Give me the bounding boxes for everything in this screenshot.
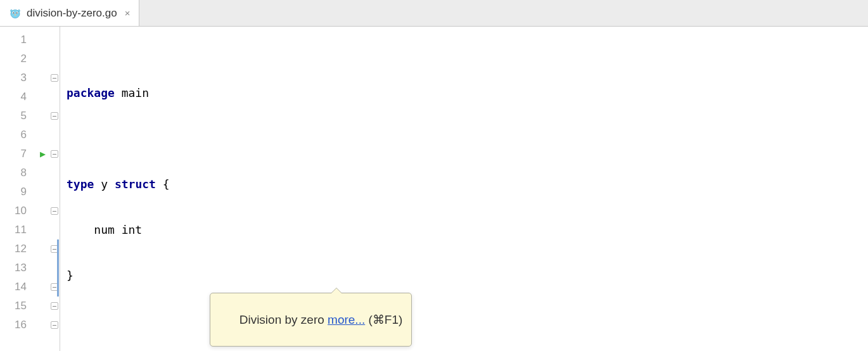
svg-point-5 xyxy=(15,14,16,15)
fold-toggle-icon[interactable] xyxy=(51,112,58,120)
gutter-markers: ▶ xyxy=(32,27,60,351)
line-number: 2 xyxy=(0,49,32,68)
line-number: 11 xyxy=(0,220,32,239)
line-number: 8 xyxy=(0,163,32,182)
line-number: 15 xyxy=(0,297,32,316)
code-line xyxy=(60,129,868,148)
run-gutter-icon[interactable]: ▶ xyxy=(40,148,46,160)
code-line: package main xyxy=(60,84,868,103)
line-number-gutter: 1 2 3 4 5 6 7 8 9 10 11 12 13 14 15 16 xyxy=(0,27,32,351)
tooltip-message: Division by zero xyxy=(239,313,328,326)
code-line: } xyxy=(60,266,868,285)
line-number: 4 xyxy=(0,87,32,106)
code-line: num int xyxy=(60,220,868,239)
tab-filename: division-by-zero.go xyxy=(27,7,117,20)
tooltip-more-link[interactable]: more... xyxy=(328,313,365,326)
scope-indicator xyxy=(57,239,59,297)
line-number: 13 xyxy=(0,258,32,278)
code-line xyxy=(60,312,868,331)
line-number: 1 xyxy=(0,30,32,49)
line-number: 10 xyxy=(0,201,32,220)
fold-toggle-icon[interactable] xyxy=(51,150,58,158)
inspection-tooltip: Division by zero more... (⌘F1) xyxy=(210,293,412,347)
svg-point-3 xyxy=(13,12,14,13)
editor: 1 2 3 4 5 6 7 8 9 10 11 12 13 14 15 16 ▶ xyxy=(0,27,868,351)
code-area[interactable]: package main type y struct { num int } f… xyxy=(60,27,868,351)
svg-point-6 xyxy=(11,10,13,12)
line-number: 16 xyxy=(0,316,32,335)
line-number: 14 xyxy=(0,278,32,297)
line-number: 3 xyxy=(0,68,32,87)
fold-toggle-icon[interactable] xyxy=(51,321,58,329)
line-number: 5 xyxy=(0,106,32,125)
line-number: 12 xyxy=(0,239,32,258)
tab-close-icon[interactable]: × xyxy=(125,8,131,18)
code-line: type y struct { xyxy=(60,175,868,194)
go-file-icon xyxy=(9,7,22,20)
svg-point-7 xyxy=(18,10,20,12)
fold-toggle-icon[interactable] xyxy=(51,74,58,82)
fold-toggle-icon[interactable] xyxy=(51,207,58,215)
line-number: 7 xyxy=(0,144,32,163)
file-tab[interactable]: division-by-zero.go × xyxy=(0,0,139,26)
svg-point-4 xyxy=(16,12,18,13)
tooltip-shortcut: (⌘F1) xyxy=(365,313,402,326)
fold-toggle-icon[interactable] xyxy=(51,302,58,310)
tab-bar: division-by-zero.go × xyxy=(0,0,868,27)
line-number: 6 xyxy=(0,125,32,144)
line-number: 9 xyxy=(0,182,32,201)
